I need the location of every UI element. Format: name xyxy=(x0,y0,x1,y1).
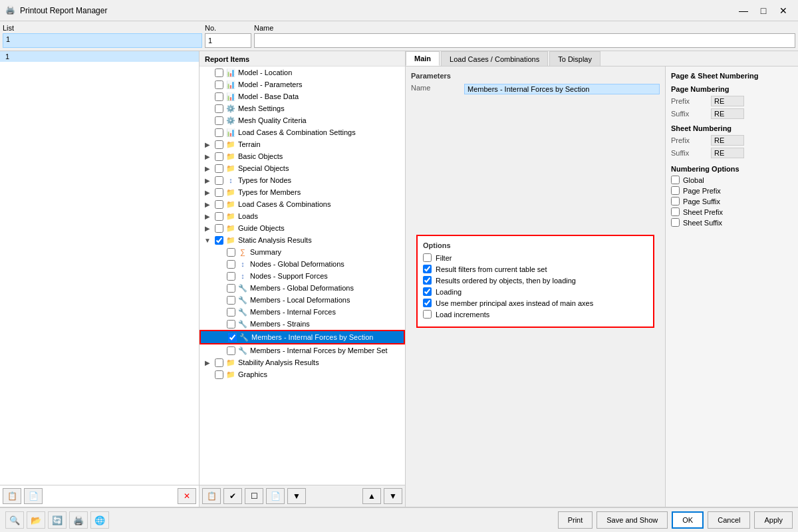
tree-checkbox-mesh-settings[interactable] xyxy=(215,104,223,113)
sheet-suffix-value[interactable]: RE xyxy=(711,148,744,158)
tree-item-loads[interactable]: ▶📁Loads xyxy=(200,210,405,222)
tree-checkbox-nodes-global-deformations[interactable] xyxy=(227,260,235,269)
numbering-checkbox-global[interactable] xyxy=(671,176,680,184)
tree-expand-special-objects[interactable]: ▶ xyxy=(202,165,213,172)
option-checkbox-loading[interactable] xyxy=(423,287,432,296)
tree-checkbox-graphics[interactable] xyxy=(215,370,223,379)
no-input[interactable] xyxy=(205,33,251,48)
tree-item-members-internal-forces-by-section[interactable]: 🔧Members - Internal Forces by Section xyxy=(200,330,405,344)
tree-checkbox-static-analysis-results[interactable] xyxy=(215,236,223,245)
tree-checkbox-members-strains[interactable] xyxy=(227,320,235,329)
tree-checkbox-members-internal-forces-member-set[interactable] xyxy=(227,346,235,355)
tab-to-display[interactable]: To Display xyxy=(549,51,600,66)
option-checkbox-load-increments[interactable] xyxy=(423,310,432,319)
apply-button[interactable]: Apply xyxy=(754,511,793,529)
tree-uncheck-all-button[interactable]: ☐ xyxy=(245,488,263,504)
tree-checkbox-model-base-data[interactable] xyxy=(215,92,223,101)
tree-checkbox-loads[interactable] xyxy=(215,212,223,221)
tree-up-button[interactable]: ▲ xyxy=(362,488,381,504)
page-prefix-value[interactable]: RE xyxy=(711,96,744,106)
tree-expand-loads[interactable]: ▶ xyxy=(202,213,213,220)
tree-expand-stability-analysis-results[interactable]: ▶ xyxy=(202,359,213,366)
tree-expand-guide-objects[interactable]: ▶ xyxy=(202,225,213,232)
tree-item-terrain[interactable]: ▶📁Terrain xyxy=(200,138,405,150)
tree-checkbox-guide-objects[interactable] xyxy=(215,224,223,233)
maximize-button[interactable]: □ xyxy=(754,3,773,19)
list-value[interactable]: 1 xyxy=(3,33,202,48)
tree-down-button[interactable]: ▼ xyxy=(384,488,402,504)
tree-checkbox-model-location[interactable] xyxy=(215,68,223,77)
tree-checkbox-load-cases-combinations[interactable] xyxy=(215,200,223,209)
tree-item-model-parameters[interactable]: 📊Model - Parameters xyxy=(200,78,405,90)
tree-checkbox-mesh-quality[interactable] xyxy=(215,116,223,125)
tree-item-types-for-members[interactable]: ▶📁Types for Members xyxy=(200,186,405,198)
tree-checkbox-summary[interactable] xyxy=(227,248,235,257)
translate-button[interactable]: 🌐 xyxy=(90,511,109,529)
print-button[interactable]: Print xyxy=(558,511,593,529)
tree-expand-types-for-nodes[interactable]: ▶ xyxy=(202,177,213,184)
list-item[interactable]: 1 xyxy=(0,51,199,62)
tree-expand-types-for-members[interactable]: ▶ xyxy=(202,189,213,196)
tab-load-cases[interactable]: Load Cases / Combinations xyxy=(441,51,548,66)
tree-expand-basic-objects[interactable]: ▶ xyxy=(202,153,213,160)
tree-checkbox-terrain[interactable] xyxy=(215,140,223,149)
tree-item-graphics[interactable]: 📁Graphics xyxy=(200,368,405,380)
tree-item-members-local-deformations[interactable]: 🔧Members - Local Deformations xyxy=(200,294,405,306)
tree-item-guide-objects[interactable]: ▶📁Guide Objects xyxy=(200,222,405,234)
tree-checkbox-nodes-support-forces[interactable] xyxy=(227,272,235,281)
list-add-button[interactable]: 📋 xyxy=(3,488,21,504)
tree-checkbox-members-internal-forces[interactable] xyxy=(227,308,235,317)
tree-filter-button[interactable]: ▼ xyxy=(287,488,306,504)
tree-add-button[interactable]: 📋 xyxy=(202,488,221,504)
tree-copy-button[interactable]: 📄 xyxy=(266,488,285,504)
tree-checkbox-special-objects[interactable] xyxy=(215,164,223,173)
tree-expand-load-cases-combinations[interactable]: ▶ xyxy=(202,201,213,208)
tree-checkbox-load-cases-combo-settings[interactable] xyxy=(215,128,223,137)
tree-item-members-strains[interactable]: 🔧Members - Strains xyxy=(200,318,405,330)
tree-item-model-location[interactable]: 📊Model - Location xyxy=(200,66,405,78)
option-checkbox-result-filters[interactable] xyxy=(423,265,432,273)
tree-expand-terrain[interactable]: ▶ xyxy=(202,141,213,148)
tree-item-nodes-support-forces[interactable]: ↕Nodes - Support Forces xyxy=(200,270,405,282)
tree-item-model-base-data[interactable]: 📊Model - Base Data xyxy=(200,90,405,102)
tree-item-nodes-global-deformations[interactable]: ↕Nodes - Global Deformations xyxy=(200,258,405,270)
tree-item-summary[interactable]: ∑Summary xyxy=(200,246,405,258)
minimize-button[interactable]: — xyxy=(734,3,753,19)
tree-item-members-global-deformations[interactable]: 🔧Members - Global Deformations xyxy=(200,282,405,294)
folder-open-button[interactable]: 📂 xyxy=(27,511,45,529)
tree-check-all-button[interactable]: ✔ xyxy=(223,488,242,504)
tree-checkbox-types-for-members[interactable] xyxy=(215,188,223,197)
save-and-show-button[interactable]: Save and Show xyxy=(597,511,668,529)
tree-item-static-analysis-results[interactable]: ▼📁Static Analysis Results xyxy=(200,234,405,246)
option-checkbox-results-ordered[interactable] xyxy=(423,276,432,285)
numbering-checkbox-page-suffix[interactable] xyxy=(671,197,680,205)
tree-item-mesh-quality[interactable]: ⚙️Mesh Quality Criteria xyxy=(200,114,405,126)
tree-checkbox-types-for-nodes[interactable] xyxy=(215,176,223,185)
tab-main[interactable]: Main xyxy=(406,51,440,66)
tree-checkbox-members-global-deformations[interactable] xyxy=(227,284,235,293)
tree-expand-static-analysis-results[interactable]: ▼ xyxy=(202,237,213,244)
numbering-checkbox-page-prefix[interactable] xyxy=(671,186,680,195)
tree-item-members-internal-forces-member-set[interactable]: 🔧Members - Internal Forces by Member Set xyxy=(200,344,405,356)
tree-item-stability-analysis-results[interactable]: ▶📁Stability Analysis Results xyxy=(200,356,405,368)
option-checkbox-filter[interactable] xyxy=(423,253,432,262)
tree-item-types-for-nodes[interactable]: ▶↕Types for Nodes xyxy=(200,174,405,186)
tree-checkbox-basic-objects[interactable] xyxy=(215,152,223,161)
option-checkbox-use-member-principal[interactable] xyxy=(423,299,432,307)
search-icon-button[interactable]: 🔍 xyxy=(5,511,24,529)
cancel-button[interactable]: Cancel xyxy=(708,511,750,529)
params-name-value[interactable]: Members - Internal Forces by Section xyxy=(464,84,660,94)
list-delete-button[interactable]: ✕ xyxy=(178,488,196,504)
tree-checkbox-members-internal-forces-by-section[interactable] xyxy=(228,333,237,342)
sheet-prefix-value[interactable]: RE xyxy=(711,135,744,146)
tree-item-basic-objects[interactable]: ▶📁Basic Objects xyxy=(200,150,405,162)
close-button[interactable]: ✕ xyxy=(774,3,793,19)
tree-item-members-internal-forces[interactable]: 🔧Members - Internal Forces xyxy=(200,306,405,318)
tree-checkbox-stability-analysis-results[interactable] xyxy=(215,358,223,367)
tree-item-load-cases-combo-settings[interactable]: 📊Load Cases & Combination Settings xyxy=(200,126,405,138)
tree-item-load-cases-combinations[interactable]: ▶📁Load Cases & Combinations xyxy=(200,198,405,210)
numbering-checkbox-sheet-prefix[interactable] xyxy=(671,207,680,216)
name-input[interactable] xyxy=(254,33,795,48)
tree-item-mesh-settings[interactable]: ⚙️Mesh Settings xyxy=(200,102,405,114)
refresh-button[interactable]: 🔄 xyxy=(48,511,66,529)
